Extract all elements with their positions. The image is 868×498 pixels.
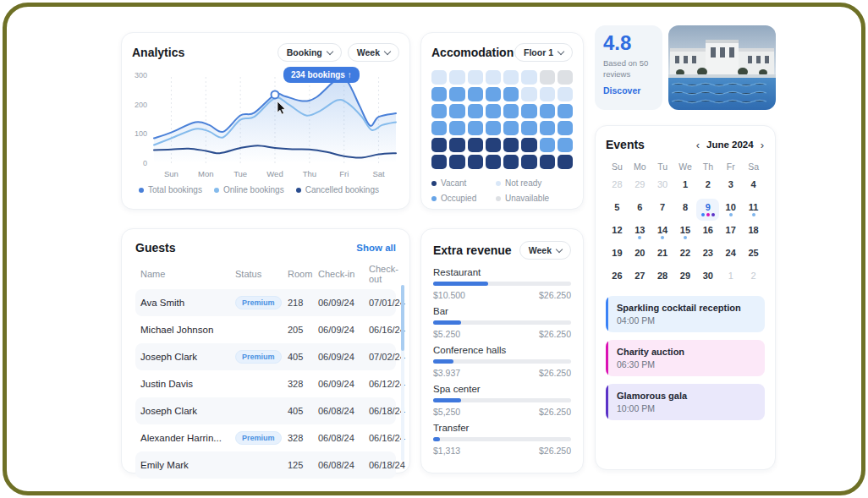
table-row[interactable]: Ava SmithPremium21806/09/2407/01/24 — [135, 289, 396, 316]
calendar-day[interactable]: 15 — [674, 222, 697, 244]
room-cell[interactable] — [503, 121, 519, 135]
calendar-day[interactable]: 1 — [719, 267, 742, 289]
event-card[interactable]: Glamorous gala10:00 PM — [606, 384, 765, 420]
calendar-day[interactable]: 1 — [674, 176, 697, 198]
calendar-day[interactable]: 21 — [651, 244, 674, 266]
week-dropdown[interactable]: Week — [348, 43, 399, 62]
room-cell[interactable] — [486, 155, 501, 169]
room-cell[interactable] — [468, 121, 483, 135]
calendar-day[interactable]: 22 — [674, 244, 697, 266]
room-cell[interactable] — [540, 121, 555, 135]
calendar-day[interactable]: 8 — [674, 199, 697, 221]
room-cell[interactable] — [558, 121, 573, 135]
calendar-day[interactable]: 14 — [651, 222, 674, 244]
calendar-day[interactable]: 17 — [719, 222, 742, 244]
room-cell[interactable] — [540, 104, 555, 118]
room-cell[interactable] — [521, 70, 536, 85]
calendar-day[interactable]: 29 — [629, 176, 651, 198]
room-cell[interactable] — [521, 104, 536, 118]
room-cell[interactable] — [486, 121, 501, 135]
room-cell[interactable] — [540, 155, 555, 169]
room-cell[interactable] — [431, 121, 447, 135]
room-cell[interactable] — [449, 104, 464, 118]
room-cell[interactable] — [449, 138, 464, 152]
room-cell[interactable] — [558, 138, 573, 152]
event-card[interactable]: Sparkling cocktail reception04:00 PM — [606, 296, 765, 332]
calendar-day[interactable]: 26 — [606, 267, 629, 289]
calendar-day[interactable]: 30 — [651, 176, 674, 198]
calendar-day[interactable]: 7 — [651, 199, 674, 221]
room-cell[interactable] — [449, 87, 464, 101]
room-cell[interactable] — [521, 121, 536, 135]
room-cell[interactable] — [449, 70, 464, 85]
calendar-day[interactable]: 5 — [606, 199, 629, 221]
calendar-day[interactable]: 4 — [742, 176, 765, 198]
table-row[interactable]: Emily Mark12506/08/2406/18/24 — [135, 451, 396, 479]
room-cell[interactable] — [558, 104, 573, 118]
room-cell[interactable] — [540, 87, 555, 101]
table-row[interactable]: Joseph Clark40506/08/2406/18/24 — [135, 397, 396, 424]
calendar-day[interactable]: 2 — [742, 267, 765, 289]
room-cell[interactable] — [521, 138, 536, 152]
room-cell[interactable] — [558, 155, 573, 169]
room-cell[interactable] — [540, 70, 555, 85]
room-cell[interactable] — [540, 138, 555, 152]
room-cell[interactable] — [503, 87, 519, 101]
room-cell[interactable] — [431, 70, 447, 85]
table-row[interactable]: Alexander Harrin...Premium32806/08/2406/… — [135, 424, 396, 451]
room-cell[interactable] — [521, 155, 536, 169]
calendar-day[interactable]: 9 — [696, 199, 719, 221]
room-cell[interactable] — [431, 155, 447, 169]
room-cell[interactable] — [431, 138, 447, 152]
calendar-day[interactable]: 30 — [696, 267, 719, 289]
calendar-day[interactable]: 24 — [719, 244, 742, 266]
room-cell[interactable] — [468, 138, 483, 152]
room-cell[interactable] — [503, 155, 519, 169]
calendar-day[interactable]: 28 — [606, 176, 629, 198]
calendar-day[interactable]: 28 — [651, 267, 674, 289]
room-cell[interactable] — [431, 104, 447, 118]
calendar-day[interactable]: 23 — [696, 244, 719, 266]
calendar-day[interactable]: 6 — [629, 199, 651, 221]
calendar-prev-icon[interactable]: ‹ — [695, 140, 700, 150]
room-cell[interactable] — [468, 104, 483, 118]
room-cell[interactable] — [558, 87, 573, 101]
table-row[interactable]: Joseph ClarkPremium40506/09/2407/02/24 — [135, 343, 396, 370]
room-cell[interactable] — [521, 87, 536, 101]
room-cell[interactable] — [468, 87, 483, 101]
room-cell[interactable] — [503, 138, 519, 152]
room-cell[interactable] — [503, 70, 519, 85]
table-row[interactable]: Justin Davis32806/09/2406/12/24 — [135, 370, 396, 397]
bookings-chart[interactable]: SunMonTueWedThuFriSat0100200300 234 book… — [132, 63, 399, 187]
room-cell[interactable] — [503, 104, 519, 118]
show-all-link[interactable]: Show all — [356, 243, 396, 253]
room-cell[interactable] — [468, 70, 483, 85]
calendar-day[interactable]: 2 — [696, 176, 719, 198]
calendar-day[interactable]: 25 — [742, 244, 765, 266]
discover-link[interactable]: Discover — [603, 85, 654, 96]
event-card[interactable]: Charity auction06:30 PM — [606, 340, 765, 376]
room-cell[interactable] — [558, 70, 573, 85]
calendar-day[interactable]: 10 — [719, 199, 742, 221]
calendar-day[interactable]: 20 — [629, 244, 651, 266]
room-cell[interactable] — [486, 104, 501, 118]
room-cell[interactable] — [486, 138, 501, 152]
calendar-day[interactable]: 18 — [742, 222, 765, 244]
room-cell[interactable] — [468, 155, 483, 169]
calendar-day[interactable]: 29 — [674, 267, 697, 289]
calendar-day[interactable]: 19 — [606, 244, 629, 266]
guests-scrollbar-thumb[interactable] — [401, 285, 404, 351]
room-cell[interactable] — [449, 155, 464, 169]
calendar-day[interactable]: 12 — [606, 222, 629, 244]
room-cell[interactable] — [431, 87, 447, 101]
room-cell[interactable] — [486, 87, 501, 101]
calendar-day[interactable]: 13 — [629, 222, 651, 244]
booking-dropdown[interactable]: Booking — [277, 43, 342, 62]
calendar-day[interactable]: 16 — [696, 222, 719, 244]
room-cell[interactable] — [486, 70, 501, 85]
calendar-day[interactable]: 27 — [629, 267, 651, 289]
calendar-day[interactable]: 3 — [719, 176, 742, 198]
revenue-week-dropdown[interactable]: Week — [519, 241, 571, 260]
calendar-next-icon[interactable]: › — [760, 140, 765, 150]
calendar-day[interactable]: 11 — [742, 199, 765, 221]
